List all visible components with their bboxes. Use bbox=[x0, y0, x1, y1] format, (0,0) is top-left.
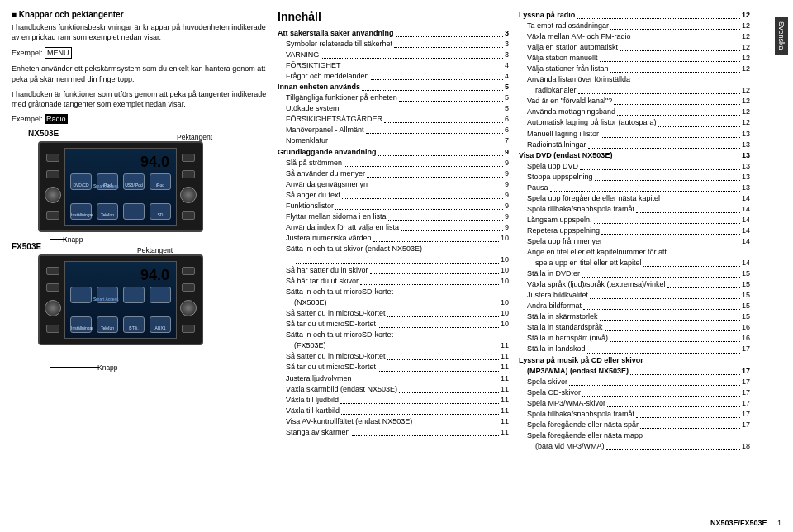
toc-entry: Automatisk lagring på listor (autospara)… bbox=[519, 117, 750, 128]
toc-entry: Ställa in standardspråk16 bbox=[519, 322, 750, 333]
toc-text: Justera bildkvalitet bbox=[519, 290, 588, 301]
toc-text: Spela upp DVD bbox=[519, 161, 578, 172]
left-heading: Knappar och pektangenter bbox=[12, 10, 268, 19]
toc-column-2: Lyssna på radio12Ta emot radiosändningar… bbox=[519, 10, 750, 452]
sicon-aux-2: AUX1 bbox=[150, 316, 171, 333]
toc-entry: Spola tillbaka/snabbspola framåt14 bbox=[519, 204, 750, 215]
toc-entry: Ställa in skärmstorlek15 bbox=[519, 311, 750, 322]
left-example1: Exempel: MENU bbox=[12, 47, 268, 59]
toc-entry: Spela upp DVD13 bbox=[519, 161, 750, 172]
toc-leader bbox=[328, 349, 499, 349]
toc-entry: Grundläggande användning9 bbox=[278, 147, 509, 158]
toc-page: 16 bbox=[742, 333, 750, 344]
footer-page-number: 1 bbox=[777, 519, 781, 527]
toc-page: 14 bbox=[742, 215, 750, 226]
callout-pektangent-2: Pektangent bbox=[137, 246, 173, 254]
toc-text: Slå på strömmen bbox=[278, 158, 342, 169]
toc-text: Använda genvägsmenyn bbox=[278, 179, 368, 190]
toc-entry: Ta emot radiosändningar12 bbox=[519, 21, 750, 31]
toc-text: Välja stationer från listan bbox=[519, 64, 609, 74]
toc-leader bbox=[614, 159, 740, 159]
toc-leader bbox=[354, 382, 499, 382]
toc-page: 12 bbox=[742, 21, 750, 31]
toc-leader bbox=[369, 188, 503, 188]
toc-text: Utökade system bbox=[278, 103, 340, 114]
toc-leader bbox=[360, 284, 499, 285]
toc-text: Ange en titel eller ett kapitelnummer fö… bbox=[519, 247, 667, 258]
callout-pektangent-1: Pektangent bbox=[177, 133, 212, 141]
toc-entry: Ange en titel eller ett kapitelnummer fö… bbox=[519, 247, 750, 258]
toc-leader bbox=[580, 169, 740, 170]
toc-text: (bara vid MP3/WMA) bbox=[519, 441, 605, 452]
toc-leader bbox=[367, 177, 503, 178]
toc-page: 3 bbox=[505, 39, 509, 50]
toc-entry: Justera ljudvolymen11 bbox=[278, 373, 509, 384]
toc-text: Så här tar du ut skivor bbox=[278, 276, 359, 287]
toc-text: Spela upp från menyer bbox=[519, 236, 602, 247]
sicon-bt-2: BT-lj. bbox=[123, 316, 145, 333]
toc-page: 11 bbox=[501, 351, 509, 362]
toc-leader bbox=[378, 155, 503, 156]
toc-entry: Symboler relaterade till säkerhet3 bbox=[278, 39, 509, 50]
toc-entry: Funktionslistor9 bbox=[278, 201, 509, 211]
toc-text: Justera ljudvolymen bbox=[278, 373, 352, 384]
sicon-blank-1 bbox=[123, 203, 145, 220]
toc-entry: Välja en station automatiskt12 bbox=[519, 42, 750, 53]
toc-entry: spela upp en titel eller ett kapitel14 bbox=[519, 258, 750, 268]
toc-leader bbox=[378, 327, 499, 328]
toc-page: 4 bbox=[505, 71, 509, 82]
toc-page: 9 bbox=[505, 190, 509, 201]
toc-text: Stänga av skärmen bbox=[278, 427, 350, 438]
toc-leader bbox=[620, 50, 740, 51]
toc-leader bbox=[595, 180, 740, 181]
toc-leader bbox=[600, 61, 740, 62]
toc-leader bbox=[643, 266, 740, 267]
toc-text: Växla till ljudbild bbox=[278, 395, 339, 406]
toc-entry: Ställa in DVD:er15 bbox=[519, 268, 750, 279]
ticon-dvdcd: DVD/CD bbox=[70, 173, 92, 190]
toc-leader bbox=[617, 115, 740, 116]
toc-page: 14 bbox=[742, 226, 750, 236]
toc-leader bbox=[378, 371, 499, 372]
toc-page: 12 bbox=[742, 53, 750, 64]
toc-leader bbox=[614, 104, 740, 105]
toc-leader bbox=[362, 90, 503, 91]
toc-entry: Vad är en "förvald kanal"?12 bbox=[519, 96, 750, 107]
toc-entry: Använda index för att välja en lista9 bbox=[278, 222, 509, 233]
toc-text: Manuell lagring i listor bbox=[519, 129, 599, 140]
toc-text: Stoppa uppspelning bbox=[519, 172, 593, 183]
toc-leader bbox=[373, 241, 499, 242]
toc-entry: Växla mellan AM- och FM-radio12 bbox=[519, 31, 750, 42]
toc-page: 9 bbox=[505, 211, 509, 222]
toc-leader bbox=[577, 18, 740, 19]
toc-text: Radioinställningar bbox=[519, 140, 586, 150]
device2-figure: Pektangent 94.0 Smart Access Inställning… bbox=[38, 254, 236, 345]
toc-entry: Så sätter du in microSD-kortet10 bbox=[278, 308, 509, 319]
toc-entry: 10 bbox=[278, 254, 509, 265]
toc-leader bbox=[370, 273, 499, 274]
toc-text: Växla till kartbild bbox=[278, 406, 340, 416]
toc-text: Ändra bildformat bbox=[519, 301, 582, 311]
toc-entry: Växla till ljudbild11 bbox=[278, 395, 509, 406]
toc-text: Lyssna på radio bbox=[519, 10, 575, 21]
toc-text: Sätta in och ta ut skivor (endast NX503E… bbox=[278, 244, 422, 254]
toc-text: Visa DVD (endast NX503E) bbox=[519, 150, 612, 161]
toc-leader bbox=[387, 316, 499, 317]
toc-leader bbox=[590, 298, 740, 299]
toc-text: (FX503E) bbox=[278, 340, 326, 351]
toc-entry: Sätta in och ta ut microSD-kortet bbox=[278, 287, 509, 297]
toc-page: 15 bbox=[742, 290, 750, 301]
toc-entry: Så tar du ut microSD-kortet10 bbox=[278, 319, 509, 330]
ticon-ipod: iPod bbox=[97, 173, 118, 190]
toc-entry: Radioinställningar13 bbox=[519, 140, 750, 150]
toc-page: 12 bbox=[742, 85, 750, 96]
toc-entry: Välja station manuellt12 bbox=[519, 53, 750, 64]
toc-page: 9 bbox=[505, 147, 509, 158]
toc-page: 10 bbox=[501, 265, 509, 276]
toc-leader bbox=[610, 29, 740, 30]
toc-page: 13 bbox=[742, 150, 750, 161]
toc-page: 14 bbox=[742, 236, 750, 247]
toc-entry: Repetera uppspelning14 bbox=[519, 226, 750, 236]
toc-text: Växla skärmbild (endast NX503E) bbox=[278, 384, 397, 395]
toc-page: 11 bbox=[501, 340, 509, 351]
